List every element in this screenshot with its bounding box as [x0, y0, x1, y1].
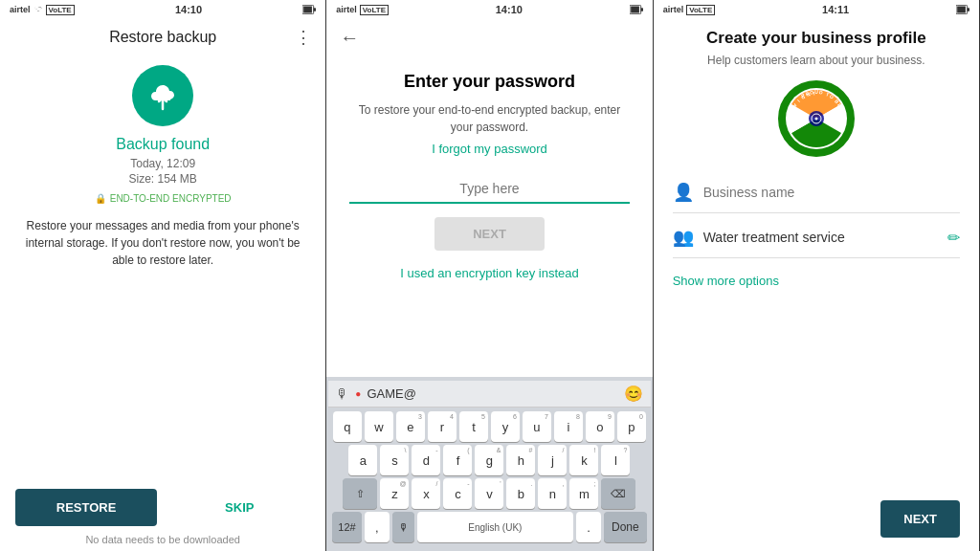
- key-x[interactable]: x/: [412, 478, 440, 509]
- key-z[interactable]: z@: [380, 478, 409, 509]
- encryption-key-link[interactable]: I used an encryption key instead: [400, 266, 578, 280]
- backup-date: Today, 12:09: [130, 157, 195, 170]
- wifi-icon-1: [33, 5, 43, 14]
- screen1-header: Restore backup ⋮: [0, 19, 325, 55]
- india-badge-svg: P R O U D T O B E I N D I A N: [778, 80, 855, 157]
- volte-1: VoLTE: [46, 5, 75, 15]
- key-j[interactable]: j/: [538, 445, 567, 475]
- key-u[interactable]: u7: [523, 411, 551, 442]
- screen2-password: airtel VoLTE 14:10 ← Enter your password…: [326, 0, 653, 551]
- record-dot: ●: [355, 388, 361, 399]
- keyboard-toolbar-left: 🎙 ● GAME@: [336, 386, 617, 402]
- business-next-button[interactable]: NEXT: [880, 500, 960, 538]
- carrier-3: airtel: [663, 5, 684, 14]
- key-f[interactable]: f(: [443, 445, 472, 475]
- people-icon: 👥: [673, 227, 694, 248]
- key-y[interactable]: y6: [491, 411, 520, 442]
- skip-button[interactable]: SKIP: [168, 489, 310, 526]
- screen1-restore-backup: airtel VoLTE 14:10 Restore backup ⋮: [0, 0, 326, 551]
- key-a[interactable]: a: [348, 445, 377, 475]
- key-n[interactable]: n,: [538, 478, 567, 509]
- action-buttons: RESTORE SKIP: [15, 489, 310, 526]
- business-profile-subtitle: Help customers learn about your business…: [673, 54, 960, 67]
- status-bar-1: airtel VoLTE 14:10: [0, 0, 325, 19]
- battery-icon-2: [630, 5, 643, 14]
- time-2: 14:10: [496, 4, 523, 15]
- key-d[interactable]: d-: [412, 445, 440, 475]
- done-key[interactable]: Done: [604, 512, 647, 542]
- screen3-business-profile: airtel VoLTE 14:11 Create your business …: [654, 0, 980, 551]
- svg-rect-6: [640, 8, 642, 11]
- key-i[interactable]: i8: [554, 411, 583, 442]
- virtual-keyboard: 🎙 ● GAME@ 😊 q w e3 r4 t5 y6 u7 i8 o9 p0: [326, 377, 652, 551]
- key-comma[interactable]: ,: [365, 512, 390, 542]
- carrier-1: airtel: [10, 5, 31, 14]
- key-e[interactable]: e3: [396, 411, 425, 442]
- key-h[interactable]: h#: [506, 445, 535, 475]
- restore-button[interactable]: RESTORE: [15, 489, 157, 526]
- cloud-upload-visual: [132, 65, 193, 126]
- status-right-2: [630, 5, 643, 14]
- battery-icon-3: [956, 5, 969, 14]
- svg-rect-8: [957, 7, 966, 13]
- key-m[interactable]: m;: [569, 478, 598, 509]
- key-p[interactable]: p0: [617, 411, 646, 442]
- password-input[interactable]: [349, 175, 629, 202]
- category-field: 👥 Water treatment service ✏: [673, 217, 960, 258]
- screen3-content: Create your business profile Help custom…: [654, 19, 979, 491]
- backspace-key[interactable]: ⌫: [601, 478, 635, 509]
- status-right-3: [956, 5, 969, 14]
- next-button[interactable]: NEXT: [434, 217, 545, 251]
- keyboard-rows: q w e3 r4 t5 y6 u7 i8 o9 p0 a s\ d- f( g…: [328, 408, 650, 547]
- keyboard-row-3: ⇧ z@ x/ c- v' b. n, m; ⌫: [332, 478, 646, 509]
- edit-category-icon[interactable]: ✏: [947, 229, 960, 247]
- status-bar-2: airtel VoLTE 14:10: [326, 0, 652, 19]
- shift-key[interactable]: ⇧: [343, 478, 377, 509]
- status-left-1: airtel VoLTE: [10, 5, 75, 15]
- numbers-key[interactable]: 12#: [332, 512, 361, 542]
- key-b[interactable]: b.: [506, 478, 535, 509]
- mic-key[interactable]: 🎙: [392, 512, 414, 542]
- backup-found-label: Backup found: [116, 136, 210, 153]
- key-k[interactable]: k!: [569, 445, 598, 475]
- page-title-1: Restore backup: [109, 29, 216, 46]
- svg-rect-5: [631, 7, 639, 13]
- carrier-2: airtel: [336, 5, 357, 14]
- space-key[interactable]: English (UK): [417, 512, 573, 542]
- cloud-arrow-icon: [145, 78, 180, 113]
- business-profile-title: Create your business profile: [673, 29, 960, 48]
- key-t[interactable]: t5: [459, 411, 488, 442]
- menu-dots-1[interactable]: ⋮: [295, 27, 312, 48]
- forgot-password-link[interactable]: I forgot my password: [432, 142, 547, 156]
- volte-3: VoLTE: [686, 5, 715, 15]
- key-v[interactable]: v': [475, 478, 503, 509]
- emoji-icon[interactable]: 😊: [624, 385, 643, 403]
- mic-icon[interactable]: 🎙: [336, 386, 349, 402]
- keyboard-app-name: GAME@: [367, 386, 415, 401]
- key-c[interactable]: c-: [443, 478, 472, 509]
- keyboard-toolbar: 🎙 ● GAME@ 😊: [328, 381, 650, 408]
- key-w[interactable]: w: [365, 411, 393, 442]
- show-more-options-link[interactable]: Show more options: [673, 274, 960, 288]
- screen3-footer: NEXT: [654, 491, 979, 551]
- back-button[interactable]: ←: [340, 27, 359, 49]
- key-r[interactable]: r4: [428, 411, 457, 442]
- key-g[interactable]: g&: [475, 445, 503, 475]
- key-o[interactable]: o9: [586, 411, 614, 442]
- time-3: 14:11: [822, 4, 849, 15]
- key-s[interactable]: s\: [380, 445, 409, 475]
- battery-icon-1: [302, 5, 316, 14]
- screen2-toolbar: ←: [326, 19, 652, 56]
- status-left-2: airtel VoLTE: [336, 5, 389, 15]
- key-q[interactable]: q: [333, 411, 362, 442]
- screen2-content: Enter your password To restore your end-…: [326, 56, 652, 377]
- key-l[interactable]: l?: [601, 445, 630, 475]
- volte-2: VoLTE: [360, 5, 389, 15]
- password-title: Enter your password: [404, 72, 575, 92]
- restore-description: Restore your messages and media from you…: [19, 217, 306, 269]
- key-period[interactable]: .: [576, 512, 601, 542]
- keyboard-row-1: q w e3 r4 t5 y6 u7 i8 o9 p0: [332, 411, 646, 442]
- business-name-input[interactable]: [703, 185, 960, 200]
- encrypted-badge: 🔒 END-TO-END ENCRYPTED: [95, 193, 232, 204]
- status-left-3: airtel VoLTE: [663, 5, 716, 15]
